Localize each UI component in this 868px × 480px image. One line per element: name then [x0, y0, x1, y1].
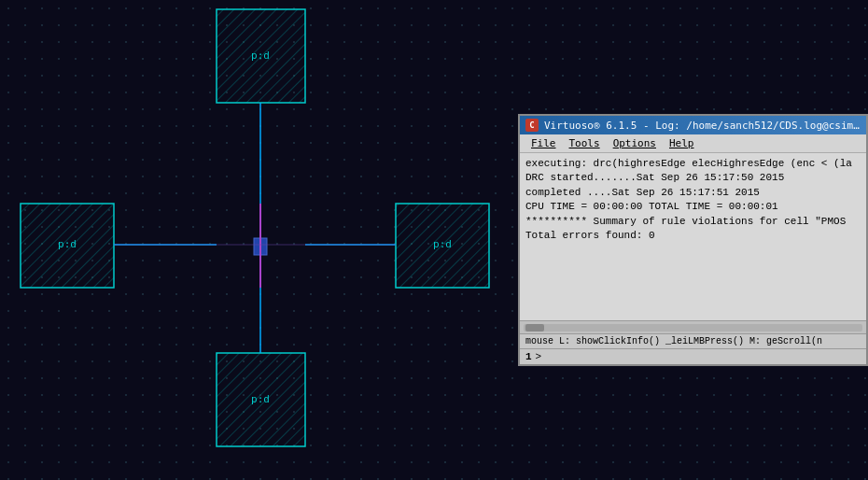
menu-tools[interactable]: Tools: [564, 136, 606, 150]
cmd-prompt: 1: [525, 351, 532, 362]
log-titlebar[interactable]: C Virtuoso® 6.1.5 - Log: /home/sanch512/…: [520, 116, 866, 134]
svg-text:p:d: p:d: [58, 238, 77, 250]
log-cmdbar: 1 >: [520, 348, 866, 364]
log-line-5: Total errors found: 0: [525, 229, 861, 243]
log-statusbar: mouse L: showClickInfo() _leiLMBPress() …: [520, 333, 866, 348]
menu-options[interactable]: Options: [608, 136, 662, 150]
menu-help[interactable]: Help: [664, 136, 700, 150]
log-line-3: CPU TIME = 00:00:00 TOTAL TIME = 00:00:0…: [525, 200, 861, 214]
app-icon: C: [525, 119, 539, 132]
scrollbar-track: [524, 324, 862, 332]
menu-file[interactable]: File: [525, 136, 562, 150]
log-content: executing: drc(highresEdge elecHighresEd…: [520, 153, 866, 320]
log-scrollbar[interactable]: [520, 320, 866, 333]
svg-text:p:d: p:d: [251, 393, 270, 405]
svg-text:p:d: p:d: [433, 238, 452, 250]
window-title: Virtuoso® 6.1.5 - Log: /home/sanch512/CD…: [544, 120, 861, 132]
log-line-1: DRC started.......Sat Sep 26 15:17:50 20…: [525, 171, 861, 185]
svg-text:p:d: p:d: [251, 49, 270, 62]
scrollbar-thumb[interactable]: [525, 324, 544, 332]
cmd-cursor: >: [536, 351, 542, 362]
log-line-0: executing: drc(highresEdge elecHighresEd…: [525, 157, 861, 171]
log-line-4: ********** Summary of rule violations fo…: [525, 215, 861, 229]
log-line-2: completed ....Sat Sep 26 15:17:51 2015: [525, 186, 861, 200]
log-window: C Virtuoso® 6.1.5 - Log: /home/sanch512/…: [518, 114, 868, 366]
log-menubar: File Tools Options Help: [520, 134, 866, 153]
